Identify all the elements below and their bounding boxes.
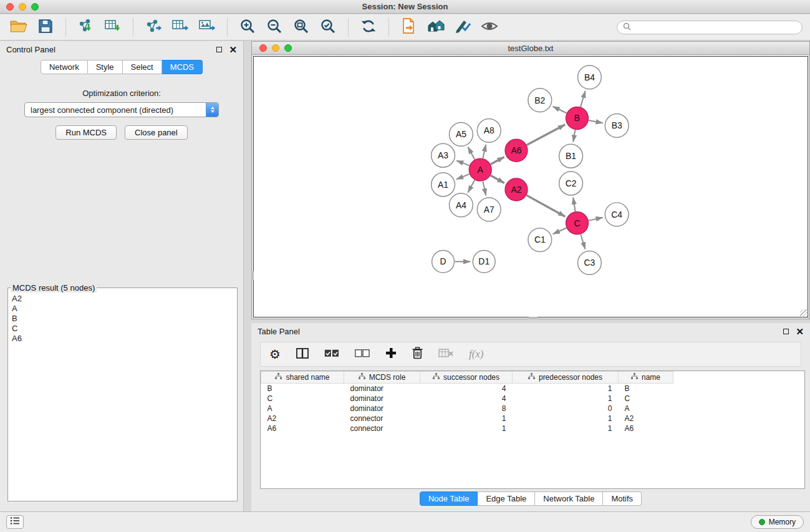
apply-layout-button[interactable] (357, 17, 380, 38)
table-row[interactable]: Cdominator41C (261, 394, 805, 404)
table-cell[interactable]: A2 (619, 414, 673, 423)
network-minimize-button[interactable] (272, 44, 279, 52)
export-network-button[interactable] (142, 17, 165, 38)
graph-node-B[interactable]: B (566, 107, 589, 130)
table-cell[interactable]: 1 (513, 384, 619, 394)
undock-panel-icon[interactable] (216, 47, 222, 52)
close-table-panel-icon[interactable]: ✕ (796, 327, 804, 336)
graph-edge-A-A2[interactable] (491, 175, 504, 183)
graph-node-B4[interactable]: B4 (578, 65, 602, 89)
graph-edge-C-C3[interactable] (581, 235, 585, 249)
table-cell[interactable]: 1 (513, 423, 619, 433)
table-cell[interactable]: 1 (420, 414, 513, 423)
graph-node-C2[interactable]: C2 (559, 172, 583, 195)
table-cell[interactable]: dominator (344, 384, 420, 394)
graph-edge-A2-C[interactable] (527, 195, 566, 216)
graph-edge-C-C1[interactable] (553, 228, 567, 234)
undock-table-panel-icon[interactable] (783, 329, 789, 334)
close-panel-button[interactable]: Close panel (125, 125, 188, 140)
graph-edge-A-A1[interactable] (456, 174, 470, 179)
memory-button[interactable]: Memory (751, 515, 804, 529)
graph-edge-A-A5[interactable] (468, 147, 475, 160)
graph-node-D1[interactable]: D1 (473, 251, 495, 273)
tab-select[interactable]: Select (123, 60, 162, 74)
table-cell[interactable]: C (619, 394, 673, 404)
export-table-button[interactable] (169, 17, 191, 38)
mcds-result-item[interactable]: A2 (12, 294, 237, 304)
open-session-button[interactable] (7, 17, 30, 38)
graph-node-C[interactable]: C (566, 212, 589, 235)
mcds-result-item[interactable]: A (12, 304, 237, 314)
table-cell[interactable]: 0 (513, 404, 619, 414)
zoom-selected-button[interactable] (317, 17, 339, 38)
table-cell[interactable]: 1 (420, 423, 513, 433)
graph-node-A[interactable]: A (469, 158, 491, 181)
graph-node-A5[interactable]: A5 (449, 122, 473, 146)
graph-edge-A-A6[interactable] (491, 157, 504, 165)
table-cell[interactable]: 1 (513, 414, 619, 423)
graph-edge-C-C4[interactable] (589, 218, 603, 221)
table-cell[interactable]: 4 (420, 394, 513, 404)
graph-edge-C-C2[interactable] (573, 198, 575, 211)
graph-node-D[interactable]: D (432, 251, 455, 273)
graph-edge-B-B1[interactable] (573, 130, 575, 142)
graph-edge-A-A3[interactable] (456, 160, 470, 165)
graph-node-A3[interactable]: A3 (432, 143, 455, 167)
trash-icon[interactable] (412, 347, 423, 362)
graph-node-C4[interactable]: C4 (605, 203, 629, 226)
graph-node-B2[interactable]: B2 (528, 89, 552, 112)
table-cell[interactable]: A (619, 404, 673, 414)
zoom-in-button[interactable] (236, 17, 259, 38)
column-header-name[interactable]: name (619, 372, 673, 384)
graph-edge-A-A4[interactable] (468, 180, 475, 193)
table-row[interactable]: Bdominator41B (261, 384, 805, 394)
mcds-result-item[interactable]: B (12, 314, 237, 324)
table-cell[interactable]: dominator (344, 394, 420, 404)
table-cell[interactable]: 8 (420, 404, 513, 414)
deselect-all-icon[interactable] (355, 349, 370, 360)
search-input[interactable] (635, 23, 796, 32)
column-header-MCDS-role[interactable]: MCDS role (344, 372, 420, 384)
split-columns-icon[interactable] (296, 348, 309, 361)
table-row[interactable]: Adominator80A (261, 404, 805, 414)
table-cell[interactable]: B (619, 384, 673, 394)
table-cell[interactable]: A2 (261, 414, 344, 423)
mcds-result-item[interactable]: A6 (12, 334, 237, 344)
tab-edge-table[interactable]: Edge Table (478, 491, 535, 506)
save-session-button[interactable] (34, 17, 57, 38)
mcds-result-item[interactable]: C (12, 324, 237, 334)
graph-node-C3[interactable]: C3 (578, 251, 602, 275)
table-cell[interactable]: B (261, 384, 344, 394)
column-header-successor-nodes[interactable]: successor nodes (420, 372, 513, 384)
select-all-icon[interactable] (324, 349, 339, 360)
add-row-icon[interactable] (385, 347, 397, 361)
network-close-button[interactable] (259, 44, 267, 52)
tab-style[interactable]: Style (88, 60, 123, 74)
window-resize-grip[interactable] (800, 309, 809, 318)
style-check-button[interactable] (451, 17, 474, 38)
close-window-button[interactable] (6, 3, 14, 11)
graph-node-A6[interactable]: A6 (505, 139, 528, 162)
optimization-criterion-select[interactable]: largest connected component (directed) (24, 102, 219, 117)
graph-node-A7[interactable]: A7 (477, 198, 501, 221)
graph-node-B1[interactable]: B1 (559, 144, 583, 168)
table-cell[interactable]: dominator (344, 404, 420, 414)
table-cell[interactable]: A6 (261, 423, 344, 433)
table-cell[interactable]: C (261, 394, 344, 404)
graph-edge-A6-B[interactable] (527, 125, 566, 145)
network-window-titlebar[interactable]: testGlobe.txt (252, 42, 809, 55)
network-zoom-button[interactable] (284, 44, 292, 52)
import-network-button[interactable] (75, 17, 97, 38)
column-header-predecessor-nodes[interactable]: predecessor nodes (513, 372, 619, 384)
graph-node-C1[interactable]: C1 (528, 228, 552, 252)
graph-edge-A-A8[interactable] (483, 145, 486, 158)
graph-edge-B-B3[interactable] (589, 120, 603, 123)
close-panel-icon[interactable]: ✕ (229, 45, 237, 54)
run-mcds-button[interactable]: Run MCDS (55, 125, 117, 140)
table-cell[interactable]: A (261, 404, 344, 414)
graph-edge-B-B2[interactable] (552, 107, 566, 114)
table-cell[interactable]: 4 (420, 384, 513, 394)
table-cell[interactable]: connector (344, 423, 420, 433)
graph-node-A2[interactable]: A2 (505, 178, 528, 201)
table-cell[interactable]: A6 (619, 423, 673, 433)
